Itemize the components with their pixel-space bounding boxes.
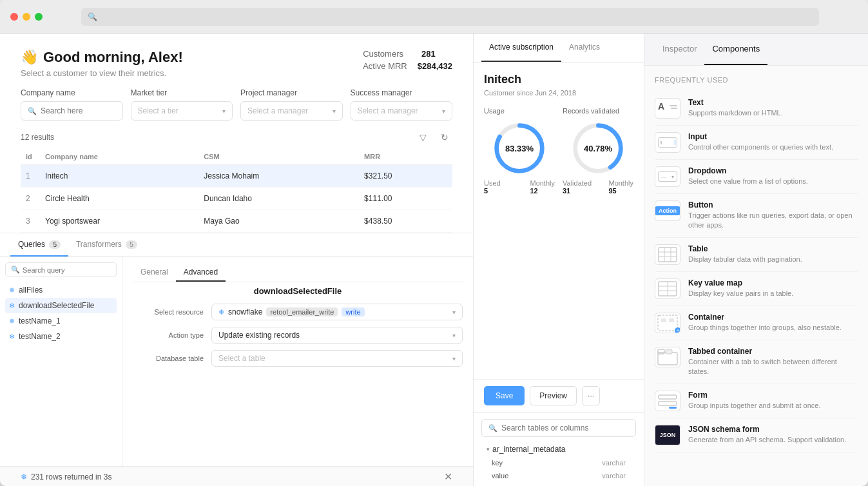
tab-queries[interactable]: Queries 5: [10, 233, 68, 257]
db-search[interactable]: 🔍: [481, 419, 636, 437]
component-item-table[interactable]: Table Display tabular data with paginati…: [655, 238, 858, 272]
success-manager-filter: Success manager Select a manager ▾: [351, 88, 453, 121]
component-item-json[interactable]: JSON JSON schema form Generate from an A…: [655, 418, 858, 452]
data-results-section: ❄ 231 rows returned in 3s ✕ name quantit…: [0, 466, 473, 486]
cell-id: 1: [21, 165, 40, 188]
svg-rect-13: [658, 315, 677, 331]
component-item-dropdown[interactable]: — ▾ Dropdown Select one value from a lis…: [655, 160, 858, 194]
snowflake-icon: ❄: [9, 286, 15, 295]
project-manager-select[interactable]: Select a manager ▾: [240, 101, 343, 121]
query-item-allfiles[interactable]: ❄ allFiles: [5, 282, 117, 298]
titlebar-search-bar[interactable]: 🔍: [81, 8, 819, 26]
greeting: 👋 Good morning, Alex!: [21, 49, 183, 66]
tab-analytics[interactable]: Analytics: [561, 34, 608, 62]
filter-icon[interactable]: ▽: [415, 130, 430, 145]
table-row[interactable]: 2 Circle Health Duncan Idaho $111.00: [21, 188, 452, 210]
database-table-row: Database table Select a table ▾: [133, 350, 463, 367]
inspector-content: Frequently used A Text Supports markdown…: [644, 66, 868, 486]
chevron-down-icon: ▾: [442, 108, 445, 115]
query-item-downloadselectedfile[interactable]: ❄ downloadSelectedFile: [5, 298, 117, 313]
database-table-label: Database table: [133, 355, 204, 362]
component-item-text[interactable]: A Text Supports markdown or HTML.: [655, 92, 858, 126]
refresh-icon[interactable]: ↻: [437, 130, 452, 145]
component-desc: Display key value pairs in a table.: [688, 289, 858, 298]
subtitle: Select a customer to view their metrics.: [21, 68, 183, 78]
component-desc: Display tabular data with pagination.: [688, 255, 858, 264]
tabbed-icon-svg: [657, 349, 678, 365]
query-item-testname2[interactable]: ❄ testName_2: [5, 329, 117, 344]
json-component-info: JSON schema form Generate from an API sc…: [688, 425, 858, 445]
container-component-icon: +: [655, 313, 680, 333]
records-stats: Validated 31 Monthly 95: [563, 179, 633, 195]
cell-company: Circle Health: [40, 188, 198, 210]
cell-csm: Maya Gao: [198, 210, 359, 233]
col-type: varchar: [602, 472, 626, 480]
customers-value: 281: [421, 49, 436, 59]
component-name: Button: [688, 200, 858, 209]
db-col-created-at: created_at timezone: [481, 482, 636, 486]
component-desc: Control other components or queries with…: [688, 142, 858, 152]
company-name-input[interactable]: [41, 106, 116, 115]
svg-rect-14: [661, 318, 666, 322]
rows-info-text: 231 rows returned in 3s: [31, 472, 111, 481]
db-search-input[interactable]: [501, 423, 629, 433]
keyvalue-icon-svg: [658, 281, 677, 296]
db-table-header[interactable]: ▾ ar_internal_metadata: [481, 442, 636, 456]
component-item-keyvalue[interactable]: Key value map Display key value pairs in…: [655, 272, 858, 306]
cell-mrr: $438.50: [359, 210, 452, 233]
component-name: JSON schema form: [688, 425, 858, 434]
query-name: allFiles: [19, 286, 43, 295]
col-mrr: MRR: [359, 149, 452, 165]
database-table-dropdown[interactable]: Select a table ▾: [211, 350, 463, 367]
maximize-dot[interactable]: [35, 13, 43, 21]
monthly-value: 95: [608, 187, 633, 195]
records-label: Records validated: [563, 107, 633, 115]
query-search-input[interactable]: [23, 266, 111, 274]
col-id: id: [21, 149, 40, 165]
more-button[interactable]: ···: [582, 386, 600, 405]
close-dot[interactable]: [10, 13, 18, 21]
greeting-emoji: 👋: [21, 49, 38, 66]
query-area: 🔍 ❄ allFiles ❄ downloadSelectedFile: [0, 257, 473, 466]
company-name-input-wrap[interactable]: 🔍: [21, 101, 123, 121]
component-item-button[interactable]: Action Button Trigger actions like run q…: [655, 194, 858, 238]
table-row[interactable]: 1 Initech Jessica Mohaim $321.50: [21, 165, 452, 188]
tab-transformers[interactable]: Transformers 5: [68, 233, 145, 257]
used-label: Used: [484, 179, 501, 187]
app-window: 🔍 👋 Good morning, Alex! Select a custome…: [0, 0, 868, 486]
query-item-testname1[interactable]: ❄ testName_1: [5, 313, 117, 329]
market-tier-select[interactable]: Select a tier ▾: [131, 101, 233, 121]
component-item-input[interactable]: I Input Control other components or quer…: [655, 126, 858, 160]
component-item-tabbed[interactable]: Tabbed container Container with a tab to…: [655, 340, 858, 384]
component-name: Tabbed container: [688, 347, 858, 356]
success-manager-label: Success manager: [351, 88, 453, 97]
tab-inspector[interactable]: Inspector: [655, 34, 704, 65]
customers-label: Customers: [363, 49, 403, 59]
tab-active-subscription[interactable]: Active subscription: [481, 34, 561, 62]
table-row[interactable]: 3 Yogi sportswear Maya Gao $438.50: [21, 210, 452, 233]
minimize-dot[interactable]: [23, 13, 30, 21]
search-icon: 🔍: [488, 424, 497, 433]
success-manager-select[interactable]: Select a manager ▾: [351, 101, 453, 121]
resource-select[interactable]: ❄ snowflake retool_emailer_write write ▾: [211, 304, 463, 320]
tab-advanced[interactable]: Advanced: [176, 264, 226, 282]
close-icon[interactable]: ✕: [444, 471, 452, 483]
monthly-label: Monthly: [530, 179, 555, 187]
preview-button[interactable]: Preview: [530, 386, 577, 405]
tab-general[interactable]: General: [133, 264, 176, 282]
action-type-dropdown[interactable]: Update existing records ▾: [211, 327, 463, 344]
save-button[interactable]: Save: [484, 386, 525, 405]
query-search[interactable]: 🔍: [5, 262, 117, 277]
tab-components[interactable]: Components: [704, 34, 767, 65]
used-value: 5: [484, 187, 501, 195]
inspector-tabs: Inspector Components: [644, 34, 868, 66]
mrr-label: Active MRR: [363, 61, 407, 71]
search-icon: 🔍: [11, 266, 20, 274]
keyvalue-component-icon: [655, 278, 680, 299]
button-component-info: Button Trigger actions like run queries,…: [688, 200, 858, 231]
component-item-container[interactable]: + Container Group things together into g…: [655, 306, 858, 340]
component-item-form[interactable]: Form Group inputs together and submit at…: [655, 384, 858, 418]
app-body: 👋 Good morning, Alex! Select a customer …: [0, 34, 868, 486]
component-name: Form: [688, 391, 858, 400]
left-panel: 👋 Good morning, Alex! Select a customer …: [0, 34, 474, 486]
